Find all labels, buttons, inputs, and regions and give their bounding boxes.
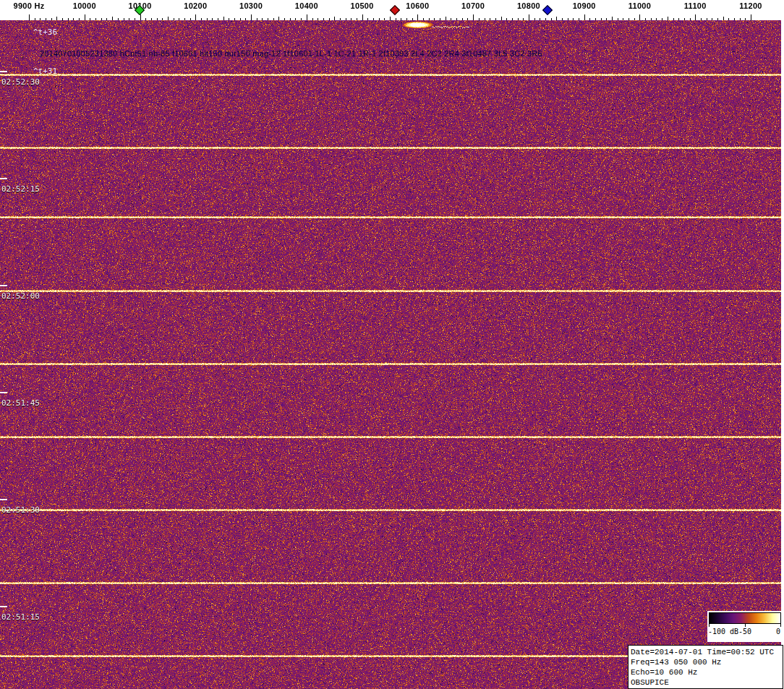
freq-tick [690,18,691,20]
colorbar-label-max: 0 [776,628,780,635]
freq-tick [745,18,746,20]
freq-tick [695,14,696,20]
time-label: 02:51:30 [1,505,40,515]
freq-tick [645,18,646,20]
freq-tick [162,18,163,20]
freq-tick [490,18,490,20]
freq-tick [323,18,324,20]
freq-label: 10300 [239,1,263,10]
freq-tick [434,18,435,20]
freq-tick [151,18,152,20]
freq-tick [179,18,179,20]
freq-tick [312,18,313,20]
freq-label: 10900 [573,1,596,10]
freq-label: 10400 [295,1,318,10]
freq-tick [340,18,341,20]
freq-tick [90,18,90,20]
freq-tick [584,14,585,20]
freq-tick [495,18,496,20]
freq-tick [245,18,246,20]
freq-tick [485,18,485,20]
freq-tick [429,18,430,20]
freq-tick [174,18,174,20]
freq-label: 11100 [684,1,707,10]
freq-tick [85,14,85,20]
freq-tick [129,18,129,20]
freq-tick [545,18,546,20]
freq-tick [79,18,80,20]
freq-tick [446,17,446,20]
freq-tick [68,18,69,20]
freq-tick [307,14,307,20]
freq-tick [46,18,46,20]
freq-tick [412,18,413,20]
freq-tick [268,18,268,20]
freq-tick [723,17,724,20]
marker-blue-diamond[interactable] [542,5,553,15]
freq-tick [540,18,540,20]
freq-tick [523,18,524,20]
colorbar-panel: -100 dB -50 0 [707,611,783,642]
freq-tick [190,18,191,20]
freq-tick [157,18,158,20]
freq-tick [568,18,568,20]
freq-tick [556,17,557,20]
freq-tick [562,18,563,20]
freq-label: 10600 [406,1,429,10]
freq-tick [334,17,335,20]
frequency-axis: 9900 Hz100001010010200103001040010500106… [0,0,784,20]
marker-red-diamond[interactable] [390,5,400,15]
detection-annotation: 20140701005231380 hCnt51 nb-85 f10601 hi… [40,49,542,58]
freq-tick [529,14,529,20]
freq-tick [278,17,279,20]
freq-tick [740,18,741,20]
freq-tick [573,18,574,20]
freq-tick [579,18,579,20]
freq-tick [262,18,263,20]
time-tick [0,499,7,500]
freq-tick [362,14,363,20]
freq-tick [135,18,135,20]
freq-tick [112,17,113,20]
freq-tick [73,18,74,20]
freq-tick [229,18,229,20]
freq-tick [35,18,35,20]
freq-tick [396,18,396,20]
freq-tick [207,18,208,20]
colorbar-tick [709,624,710,627]
freq-tick [451,18,451,20]
freq-tick [751,14,751,20]
freq-tick [290,18,291,20]
colorbar-tick [780,624,781,627]
info-box: Date=2014-07-01 Time=00:52 UTC Freq=143 … [628,645,783,689]
freq-tick [295,18,296,20]
colorbar-gradient [709,612,781,624]
freq-label: 10000 [73,1,96,10]
freq-tick [346,18,346,20]
freq-tick [367,18,368,20]
time-tick [0,71,7,72]
freq-tick [734,18,735,20]
freq-label: 10500 [351,1,374,10]
freq-tick [251,14,252,20]
freq-tick [479,18,480,20]
freq-label: 11200 [739,1,762,10]
freq-tick [29,14,30,20]
freq-tick [124,18,124,20]
freq-tick [606,18,607,20]
freq-tick [551,18,552,20]
freq-tick [329,18,330,20]
freq-tick [623,18,623,20]
freq-tick [273,18,274,20]
spectrogram-canvas[interactable] [0,20,781,689]
freq-label: 10700 [461,1,485,10]
freq-tick [684,18,685,20]
freq-tick [184,18,185,20]
time-tick [0,392,7,393]
freq-tick [357,18,357,20]
freq-tick [634,18,635,20]
freq-tick [140,14,141,20]
freq-tick [639,14,640,20]
freq-tick [467,18,468,20]
freq-tick [201,18,202,20]
